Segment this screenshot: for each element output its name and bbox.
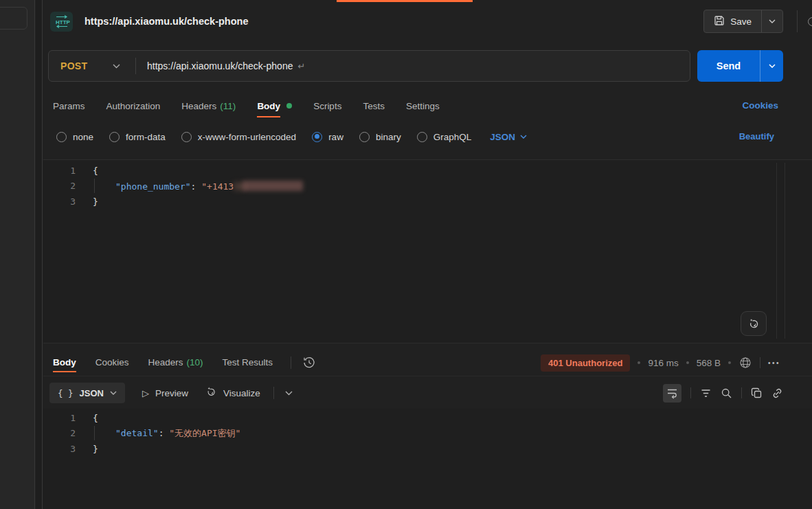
beautify-link[interactable]: Beautify — [739, 126, 774, 147]
open-brace: { — [93, 166, 98, 176]
response-format-select[interactable]: { } JSON — [49, 383, 125, 403]
radio-raw[interactable]: raw — [312, 132, 343, 142]
radio-circle[interactable] — [417, 132, 427, 142]
radio-x-www-form-urlencoded[interactable]: x-www-form-urlencoded — [181, 132, 296, 142]
link-icon[interactable] — [771, 387, 783, 399]
json-separator: : — [191, 181, 202, 192]
response-tab-cookies[interactable]: Cookies — [95, 357, 129, 367]
response-header: Body Cookies Headers(10) Test Results 40… — [43, 349, 812, 376]
app-window: HTTP https://api.xiaomu.uk/check-phone S… — [0, 0, 812, 509]
save-icon — [714, 15, 725, 28]
radio-form-data[interactable]: form-data — [109, 132, 166, 142]
open-brace: { — [93, 413, 98, 423]
response-tab-test-results[interactable]: Test Results — [223, 357, 273, 367]
status-badge[interactable]: 401 Unauthorized — [541, 354, 630, 372]
body-type-selector: none form-data x-www-form-urlencoded raw… — [56, 126, 527, 147]
redaction-blur — [243, 181, 303, 191]
indent-guide — [94, 426, 95, 440]
line-number: 1 — [43, 166, 76, 176]
method-selector[interactable]: POST — [49, 60, 113, 71]
tab-scripts[interactable]: Scripts — [313, 101, 341, 111]
tab-settings[interactable]: Settings — [406, 101, 440, 111]
request-url-bar[interactable]: POST https://api.xiaomu.uk/check-phone ↵ — [48, 50, 690, 82]
postbot-button[interactable] — [741, 311, 767, 336]
response-time[interactable]: 916 ms — [648, 358, 678, 368]
tab-authorization[interactable]: Authorization — [106, 101, 161, 111]
braces-icon: { } — [58, 388, 74, 398]
radio-circle[interactable] — [109, 132, 120, 142]
network-globe-icon[interactable] — [738, 356, 752, 370]
separator-dot — [686, 361, 689, 364]
sidebar-collapsed-item[interactable] — [0, 7, 27, 30]
sidebar-resize-rail[interactable] — [36, 0, 43, 509]
enter-key-hint: ↵ — [297, 61, 305, 71]
code-line: 1 { — [43, 163, 812, 179]
send-button-main[interactable]: Send — [697, 50, 760, 82]
send-options-button[interactable] — [760, 50, 783, 82]
radio-circle[interactable] — [181, 132, 192, 142]
code-line: 1 { — [43, 410, 812, 426]
request-tabs: Params Authorization Headers(11) Body Sc… — [53, 93, 440, 119]
radio-circle[interactable] — [56, 132, 67, 142]
radio-binary[interactable]: binary — [359, 132, 401, 142]
response-body-viewer[interactable]: 1 { 2 "detail": "无效的API密钥" 3 } — [43, 409, 812, 509]
cookies-link[interactable]: Cookies — [742, 93, 778, 119]
response-toolbar: { } JSON ▷ Preview Visualize — [43, 380, 812, 406]
method-chevron-down-icon[interactable] — [113, 64, 120, 69]
toolbar-divider — [273, 387, 274, 399]
code-line: 2 "phone_number": "+141355 — [43, 179, 812, 194]
save-options-button[interactable] — [761, 10, 782, 32]
request-title: https://api.xiaomu.uk/check-phone — [84, 0, 248, 43]
wrap-text-icon[interactable] — [663, 384, 681, 403]
json-value: "无效的API密钥" — [169, 428, 240, 438]
save-button-main[interactable]: Save — [704, 10, 761, 32]
http-protocol-icon: HTTP — [50, 12, 73, 32]
separator-dot — [728, 361, 731, 364]
left-sidebar — [0, 0, 35, 509]
copy-icon[interactable] — [751, 387, 763, 399]
magic-sparkle-icon — [205, 386, 217, 400]
editor-scroll-track[interactable] — [785, 163, 785, 339]
radio-none[interactable]: none — [56, 132, 93, 142]
radio-circle-selected[interactable] — [312, 132, 322, 142]
tab-body[interactable]: Body — [257, 101, 292, 111]
response-tab-body[interactable]: Body — [53, 357, 76, 367]
send-button[interactable]: Send — [697, 50, 783, 82]
toolbar-chevron-down-icon[interactable] — [285, 391, 293, 396]
visualize-button[interactable]: Visualize — [205, 386, 260, 400]
status-divider — [760, 357, 760, 368]
response-history-icon[interactable] — [302, 356, 316, 370]
url-input[interactable]: https://api.xiaomu.uk/check-phone — [147, 60, 293, 71]
line-number: 3 — [43, 196, 76, 207]
request-body-editor[interactable]: 1 { 2 "phone_number": "+141355 3 } — [43, 159, 812, 343]
json-value-visible: "+1413 — [201, 181, 234, 192]
request-header: HTTP https://api.xiaomu.uk/check-phone S… — [43, 0, 812, 43]
radio-circle[interactable] — [359, 132, 370, 142]
play-outline-icon: ▷ — [142, 388, 149, 398]
preview-button[interactable]: ▷ Preview — [142, 388, 188, 398]
response-size[interactable]: 568 B — [697, 358, 721, 368]
save-button[interactable]: Save — [703, 10, 783, 33]
chevron-down-icon — [110, 391, 117, 395]
response-status-group: 401 Unauthorized 916 ms 568 B ••• — [541, 349, 780, 376]
icons-divider — [741, 387, 742, 398]
json-key: "detail" — [115, 428, 159, 438]
line-number: 1 — [43, 413, 76, 423]
separator-dot — [638, 361, 640, 364]
response-tab-headers[interactable]: Headers(10) — [148, 357, 203, 367]
filter-icon[interactable] — [700, 387, 712, 399]
save-button-label: Save — [730, 16, 752, 27]
response-tabs: Body Cookies Headers(10) Test Results — [53, 357, 273, 367]
response-action-icons — [663, 380, 783, 406]
tab-params[interactable]: Params — [53, 101, 85, 111]
radio-graphql[interactable]: GraphQL — [417, 132, 472, 142]
chevron-down-icon — [520, 135, 527, 139]
search-icon[interactable] — [721, 387, 732, 399]
tab-headers[interactable]: Headers(11) — [181, 101, 236, 111]
more-options-icon[interactable]: ••• — [768, 359, 780, 367]
tab-tests[interactable]: Tests — [363, 101, 385, 111]
code-line: 3 } — [43, 194, 812, 210]
svg-text:HTTP: HTTP — [56, 19, 70, 25]
header-divider — [797, 10, 798, 32]
raw-language-select[interactable]: JSON — [490, 132, 527, 142]
